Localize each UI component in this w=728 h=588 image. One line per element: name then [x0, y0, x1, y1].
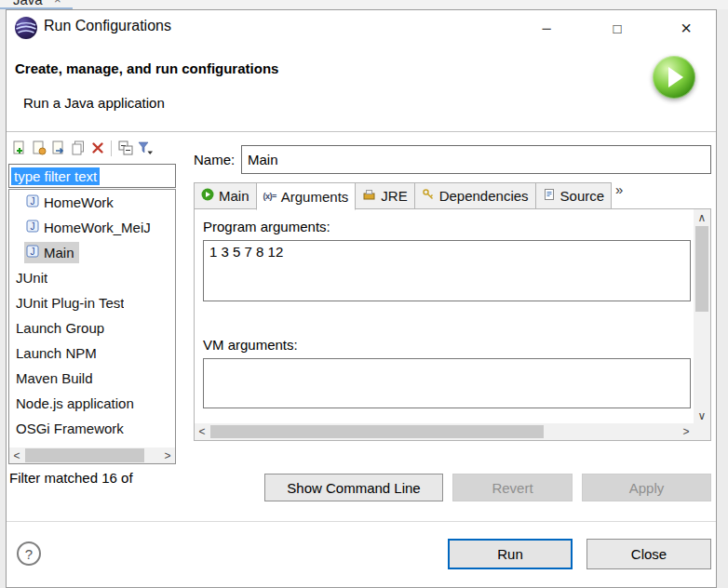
java-application-icon: J	[26, 194, 39, 210]
tab-main[interactable]: Main	[194, 182, 257, 209]
delete-configuration-icon[interactable]	[88, 140, 106, 157]
tab-overflow-chevron[interactable]: »	[612, 180, 627, 197]
tree-item[interactable]: JUnit	[9, 265, 175, 290]
tree-horizontal-scrollbar[interactable]: < >	[9, 448, 175, 463]
header-title: Create, manage, and run configurations	[15, 60, 278, 76]
scroll-left-icon[interactable]: <	[195, 423, 209, 440]
svg-text:J: J	[31, 196, 35, 207]
tab-arguments[interactable]: (x)= Arguments	[256, 182, 357, 210]
tree-item-label: OSGi Framework	[16, 421, 124, 436]
scroll-right-icon[interactable]: >	[679, 423, 694, 440]
tree-item[interactable]: Maven Build	[9, 366, 175, 391]
new-prototype-icon[interactable]	[30, 140, 47, 157]
close-window-button[interactable]: ×	[660, 10, 712, 46]
scrollbar-thumb[interactable]	[695, 226, 708, 312]
name-label: Name:	[194, 152, 235, 167]
toolbar-separator	[111, 140, 112, 156]
tree-item[interactable]: J HomeWork	[9, 190, 175, 215]
tree-item-label: HomeWork	[44, 194, 114, 210]
tree-item-label: Main	[44, 245, 74, 261]
background-eclipse-window: Java ×	[0, 0, 728, 9]
arguments-icon: (x)=	[263, 192, 276, 201]
footer-separator	[7, 521, 716, 522]
tree-item-label: JUnit	[16, 270, 47, 286]
close-dialog-button[interactable]: Close	[586, 539, 711, 569]
svg-text:J: J	[31, 247, 35, 257]
run-button[interactable]: Run	[448, 539, 573, 569]
configurations-toolbar	[10, 137, 154, 159]
filter-status: Filter matched 16 of	[9, 470, 133, 486]
scrollbar-thumb[interactable]	[25, 448, 144, 462]
background-tab-java: Java	[13, 0, 43, 7]
export-configuration-icon[interactable]	[49, 140, 67, 157]
scrollbar-thumb[interactable]	[210, 425, 544, 438]
horizontal-scrollbar[interactable]: < >	[195, 423, 694, 440]
java-application-icon: J	[26, 220, 39, 235]
tree-item-selected[interactable]: J Main	[9, 240, 175, 265]
tree-item-label: Launch Group	[16, 320, 104, 336]
minimize-button[interactable]: ─	[520, 10, 573, 46]
vertical-scrollbar[interactable]: ∧ ∨	[694, 209, 710, 423]
run-icon	[653, 56, 695, 99]
tab-dependencies[interactable]: Dependencies	[414, 182, 536, 209]
java-application-icon: J	[26, 245, 39, 261]
dialog-header: Create, manage, and run configurations R…	[7, 46, 716, 132]
tree-item[interactable]: J HomeWork_MeiJ	[9, 215, 175, 240]
tree-item[interactable]: Launch NPM	[9, 341, 175, 366]
revert-button[interactable]: Revert	[452, 474, 573, 501]
tab-jre[interactable]: JRE	[355, 182, 414, 209]
apply-button[interactable]: Apply	[582, 474, 711, 501]
tree-item[interactable]: Launch Group	[9, 315, 175, 341]
tree-item[interactable]: JUnit Plug-in Test	[9, 290, 175, 315]
jre-icon	[362, 188, 376, 204]
vm-arguments-label: VM arguments:	[203, 337, 298, 353]
new-configuration-icon[interactable]	[10, 140, 28, 157]
configurations-tree: J HomeWork J HomeWork_MeiJ J Main	[8, 189, 176, 464]
arguments-tab-content: Program arguments: 1 3 5 7 8 12 VM argum…	[194, 208, 711, 441]
tab-label: Main	[219, 188, 249, 204]
show-command-line-button[interactable]: Show Command Line	[264, 474, 443, 501]
svg-text:J: J	[31, 221, 35, 232]
tree-item-label: Launch NPM	[16, 345, 97, 361]
help-button[interactable]: ?	[17, 541, 41, 566]
header-subtitle: Run a Java application	[23, 95, 165, 111]
scrollbar-corner	[694, 423, 710, 440]
duplicate-configuration-icon[interactable]	[69, 140, 87, 157]
maximize-button[interactable]: □	[591, 10, 643, 46]
titlebar: Run Configurations ─ □ ×	[7, 10, 716, 46]
tree-item[interactable]: Node.js application	[9, 391, 175, 416]
filter-input-text: type filter text	[11, 167, 100, 185]
tab-bar: Main (x)= Arguments JRE Dependencies Sou…	[194, 182, 627, 209]
tree-item-label: JUnit Plug-in Test	[16, 295, 124, 311]
tab-label: JRE	[381, 188, 407, 204]
program-arguments-label: Program arguments:	[203, 219, 330, 234]
dependencies-icon	[422, 188, 435, 204]
run-configurations-dialog: Run Configurations ─ □ × Create, manage,…	[6, 9, 717, 588]
play-icon	[668, 67, 683, 87]
tree-item-label: Node.js application	[16, 395, 134, 411]
filter-input[interactable]: type filter text	[8, 164, 176, 188]
filter-icon[interactable]	[136, 140, 154, 157]
tree-item-label: Maven Build	[16, 370, 93, 386]
tab-label: Dependencies	[439, 188, 529, 204]
screen: Java × Run Configurations ─ □ ×	[0, 0, 728, 588]
source-icon	[543, 188, 556, 204]
name-input[interactable]	[241, 145, 711, 174]
scroll-left-icon[interactable]: <	[9, 448, 24, 463]
run-icon	[201, 188, 214, 204]
eclipse-icon	[14, 16, 38, 40]
tab-label: Source	[560, 188, 605, 204]
background-tab-close-icon: ×	[54, 0, 61, 7]
tree-item-label: HomeWork_MeiJ	[44, 220, 151, 235]
scroll-down-icon[interactable]: ∨	[694, 408, 709, 423]
tree-item[interactable]: OSGi Framework	[9, 416, 175, 441]
scroll-up-icon[interactable]: ∧	[694, 209, 709, 225]
tab-source[interactable]: Source	[535, 182, 613, 209]
window-title: Run Configurations	[44, 18, 171, 34]
scroll-right-icon[interactable]: >	[160, 448, 175, 463]
vm-arguments-input[interactable]	[203, 358, 691, 408]
program-arguments-input[interactable]: 1 3 5 7 8 12	[203, 240, 691, 301]
collapse-all-icon[interactable]	[116, 140, 134, 157]
tab-label: Arguments	[281, 189, 349, 205]
